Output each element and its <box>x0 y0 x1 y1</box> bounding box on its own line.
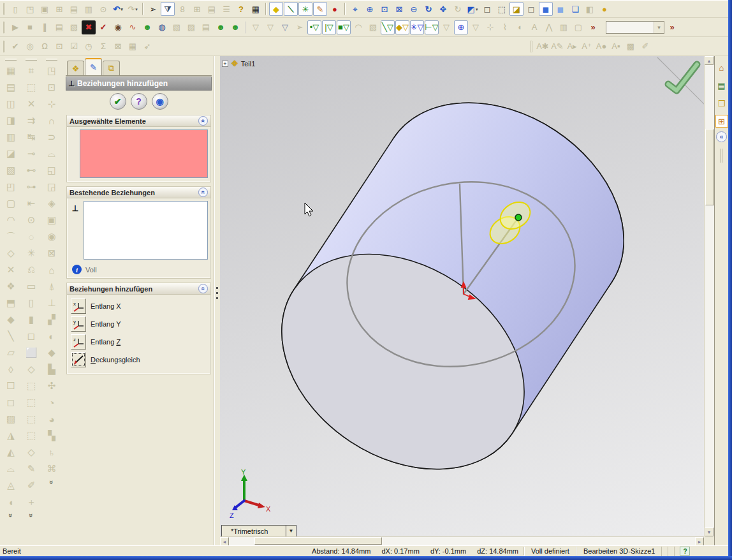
feature-tool-button[interactable]: ☐ <box>3 378 18 394</box>
toolbar-grip[interactable] <box>3 3 6 15</box>
filter-planes-button[interactable]: ▽ <box>469 20 483 34</box>
filter-blocks-button[interactable]: ▢ <box>571 20 585 34</box>
feature-tool-button[interactable]: ╲ <box>3 328 18 344</box>
sketch-tool-button[interactable]: ✳ <box>24 246 39 261</box>
select-button[interactable]: ➢ <box>146 2 160 16</box>
verify-sketch-button[interactable]: ✓ <box>96 20 110 34</box>
surface-tool-button[interactable]: ✣ <box>44 378 59 394</box>
copy-settings-button[interactable]: ▤ <box>52 20 66 34</box>
scroll-down-icon[interactable]: ▼ <box>705 527 714 536</box>
surface-tool-button[interactable]: ⊡ <box>44 80 59 95</box>
curvature-button[interactable]: ➶ <box>140 40 154 54</box>
filter-routing-button[interactable]: ⌇ <box>498 20 512 34</box>
feature-tool-button[interactable]: ▥ <box>3 129 18 145</box>
sketch-tool-button[interactable]: ◇ <box>24 362 39 377</box>
select-filtered-button[interactable]: ➢ <box>293 20 307 34</box>
coincident-button[interactable] <box>71 352 86 367</box>
spell-check-button[interactable]: ✔ <box>8 40 22 54</box>
sketch-tool-button[interactable]: ▯ <box>24 295 39 311</box>
feature-tool-button[interactable]: ◬ <box>3 478 18 493</box>
sketch-tool-button[interactable]: ▮ <box>24 312 39 327</box>
screen-capture-button[interactable]: ▦ <box>249 2 263 16</box>
feature-tool-button[interactable]: ▨ <box>3 411 18 427</box>
design-table-button[interactable]: ▦ <box>126 40 140 54</box>
feature-tool-button[interactable]: ◇ <box>3 246 18 261</box>
command-combobox[interactable]: ▾ <box>606 21 664 34</box>
surface-tool-button[interactable]: ▣ <box>44 212 59 228</box>
sketch-tool-button[interactable]: ⬚ <box>24 411 39 427</box>
pin-button[interactable]: ◉ <box>152 93 168 110</box>
draft-quality-hlr-button[interactable]: ◪ <box>509 2 523 16</box>
surface-tool-button[interactable]: ◔ <box>44 395 59 410</box>
toolbar-overflow-button[interactable]: » <box>586 20 600 34</box>
sketch-tool-button[interactable]: ✎ <box>24 461 39 476</box>
selected-point[interactable] <box>515 214 522 221</box>
render-button[interactable]: ◉ <box>111 20 125 34</box>
group-header[interactable]: Ausgewählte Elemente « <box>67 115 210 127</box>
surface-tool-button[interactable]: ◆ <box>44 345 59 360</box>
section-view-button[interactable]: ◧ <box>583 2 597 16</box>
feature-tool-button[interactable]: ⌓ <box>3 461 18 476</box>
sketch-tool-button[interactable]: ◻ <box>24 328 39 344</box>
pause-button[interactable]: ∥ <box>38 20 52 34</box>
feature-tool-button[interactable]: ▦ <box>3 63 18 78</box>
document-name[interactable]: Teil1 <box>241 60 256 68</box>
play-button[interactable]: ▶ <box>8 20 22 34</box>
along-z-button[interactable]: z <box>71 334 86 350</box>
filter-notes-button[interactable]: A <box>527 20 541 34</box>
realview-button[interactable]: ● <box>597 2 611 16</box>
filter-hatch-button[interactable]: ▥ <box>557 20 571 34</box>
feature-tool-button[interactable]: ▱ <box>3 345 18 360</box>
feature-tool-button[interactable]: ▤ <box>3 80 18 95</box>
surface-tool-button[interactable]: ⍋ <box>44 279 59 294</box>
sketch-tool-button[interactable]: ⊸ <box>24 146 39 161</box>
surface-tool-button[interactable]: ◈ <box>44 196 59 211</box>
scroll-up-icon[interactable]: ▲ <box>705 56 714 65</box>
toolbar-grip[interactable] <box>26 59 37 61</box>
options-list-button[interactable]: ☰ <box>219 2 233 16</box>
surface-tool-button[interactable]: ⊹ <box>44 96 59 112</box>
surface-tool-button[interactable]: ◕ <box>44 411 59 427</box>
model-scene[interactable]: Y X Z <box>220 56 704 536</box>
feature-tool-button[interactable]: ⬒ <box>3 295 18 311</box>
surface-tool-button[interactable]: ◲ <box>44 179 59 195</box>
surface-tool-button[interactable]: ◉ <box>44 229 59 244</box>
toolbar-grip[interactable] <box>3 40 6 53</box>
confirmation-check-icon[interactable] <box>668 64 697 91</box>
page-setup-button[interactable]: ▤ <box>67 2 81 16</box>
solidworks-resources-button[interactable]: ⌂ <box>715 61 728 74</box>
toolbar-overflow-button[interactable]: » <box>27 508 36 523</box>
wireframe-button[interactable]: ◻ <box>480 2 494 16</box>
toolbar-overflow-button[interactable]: » <box>47 475 56 490</box>
filter-multiple-button[interactable]: ▽ <box>278 20 292 34</box>
collapse-chevron-icon[interactable]: « <box>198 116 208 126</box>
3d-sketch-button[interactable]: ✎ <box>313 2 327 16</box>
collapse-chevron-icon[interactable]: « <box>198 188 208 197</box>
surface-tool-button[interactable]: ◱ <box>44 163 59 178</box>
help-button[interactable]: ? <box>234 2 248 16</box>
sketch-tool-button[interactable]: ✕ <box>24 96 39 112</box>
record-macro-button[interactable]: ● <box>328 2 342 16</box>
area-hatch-button[interactable]: ▩ <box>624 40 638 54</box>
sketch-tool-button[interactable]: ⊷ <box>24 163 39 178</box>
feature-tool-button[interactable]: ✕ <box>3 262 18 277</box>
surface-tool-button[interactable]: ◐ <box>44 328 59 344</box>
rotate-view-button[interactable]: ↻ <box>421 2 436 16</box>
filter-sketch-segments-button[interactable]: ╲▽ <box>381 20 395 34</box>
shaded-button[interactable]: ◼ <box>553 2 567 16</box>
surface-tool-button[interactable]: ♄ <box>44 445 59 460</box>
orientation-arrow-icon[interactable]: ▼ <box>286 526 296 536</box>
feature-tool-button[interactable]: ◮ <box>3 428 18 443</box>
filter-vertices-button[interactable]: •▽ <box>307 20 321 34</box>
feature-tool-button[interactable]: ◭ <box>3 445 18 460</box>
undo-button[interactable]: ↶ <box>111 2 125 16</box>
scroll-left-icon[interactable]: ◄ <box>220 537 229 546</box>
surface-tool-button[interactable]: ⌓ <box>44 146 59 161</box>
feature-tool-button[interactable]: ⌒ <box>3 229 18 244</box>
edit-annotation-button[interactable]: A✎ <box>550 40 564 54</box>
feature-tool-button[interactable]: ◆ <box>3 312 18 327</box>
add-symbol-button[interactable]: A⁺ <box>580 40 594 54</box>
walkthrough2-button[interactable]: ☻ <box>214 20 228 34</box>
measure-button[interactable]: ◎ <box>23 40 37 54</box>
open-document-button[interactable]: ◳ <box>23 2 37 16</box>
